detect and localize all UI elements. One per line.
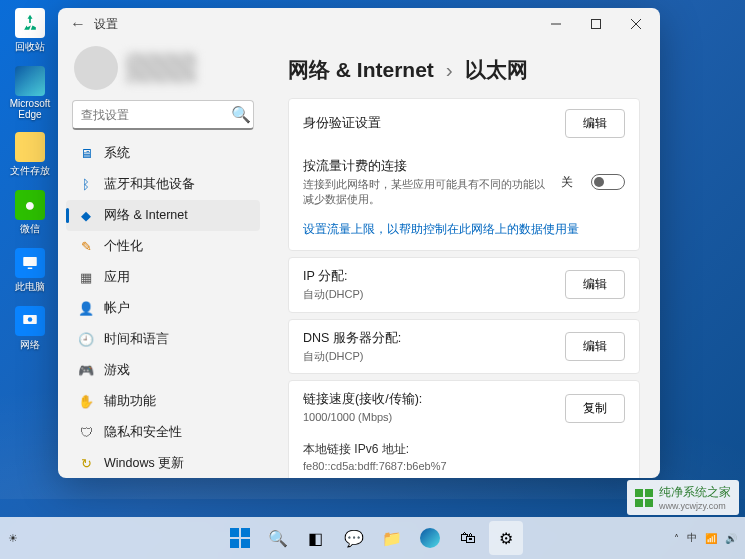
sidebar-item-10[interactable]: ↻Windows 更新 [66,448,260,478]
taskbar-chat-icon[interactable]: 💬 [337,521,371,555]
identity-edit-button[interactable]: 编辑 [565,109,625,138]
taskbar-center: 🔍 ◧ 💬 📁 🛍 ⚙ [223,521,523,555]
sidebar-item-label: 时间和语言 [104,331,169,348]
main-panel: 网络 & Internet › 以太网 身份验证设置 编辑 按流量计费的连接 连… [268,40,660,478]
taskbar-store-icon[interactable]: 🛍 [451,521,485,555]
dns-title: DNS 服务器分配: [303,330,553,347]
row-link-speed[interactable]: 链接速度(接收/传输): 1000/1000 (Mbps) 复制 [289,381,639,435]
sidebar-item-icon: 🕘 [78,332,94,347]
sidebar-item-label: 帐户 [104,300,130,317]
desktop-icon-recycle-bin[interactable]: 回收站 [8,8,52,54]
sidebar-item-1[interactable]: ᛒ蓝牙和其他设备 [66,169,260,200]
sidebar-item-8[interactable]: ✋辅助功能 [66,386,260,417]
taskbar: ☀ 🔍 ◧ 💬 📁 🛍 ⚙ ˄ 中 📶 🔊 [0,517,745,559]
sidebar-item-icon: ᛒ [78,177,94,192]
svg-rect-5 [592,20,601,29]
back-button[interactable]: ← [62,15,94,33]
sidebar-item-9[interactable]: 🛡隐私和安全性 [66,417,260,448]
sidebar-item-icon: ↻ [78,456,94,471]
desktop-icon-this-pc[interactable]: 此电脑 [8,248,52,294]
close-button[interactable] [616,10,656,38]
desktop-icon-edge[interactable]: Microsoft Edge [8,66,52,120]
sidebar-item-0[interactable]: 🖥系统 [66,138,260,169]
row-identity[interactable]: 身份验证设置 编辑 [289,99,639,148]
link-speed-copy-button[interactable]: 复制 [565,394,625,423]
sidebar-item-2[interactable]: ◆网络 & Internet [66,200,260,231]
dns-edit-button[interactable]: 编辑 [565,332,625,361]
data-limit-link[interactable]: 设置流量上限，以帮助控制在此网络上的数据使用量 [289,217,639,250]
link-speed-title: 链接速度(接收/传输): [303,391,553,408]
svg-rect-10 [230,539,239,548]
this-pc-icon [15,248,45,278]
ip-title: IP 分配: [303,268,553,285]
sidebar-item-icon: 👤 [78,301,94,316]
card-dns: DNS 服务器分配: 自动(DHCP) 编辑 [288,319,640,375]
sidebar-item-label: 辅助功能 [104,393,156,410]
taskbar-tray[interactable]: ˄ 中 📶 🔊 [674,531,737,545]
sidebar-nav: 🖥系统ᛒ蓝牙和其他设备◆网络 & Internet✎个性化▦应用👤帐户🕘时间和语… [66,138,260,478]
taskbar-settings-icon[interactable]: ⚙ [489,521,523,555]
taskbar-edge-icon[interactable] [413,521,447,555]
avatar [74,46,118,90]
row-ipv6: 本地链接 IPv6 地址: fe80::cd5a:bdff:7687:b6eb%… [289,435,639,478]
sidebar-item-7[interactable]: 🎮游戏 [66,355,260,386]
profile-name-blurred [126,53,196,83]
sidebar: 🔍 🖥系统ᛒ蓝牙和其他设备◆网络 & Internet✎个性化▦应用👤帐户🕘时间… [58,40,268,478]
ip-edit-button[interactable]: 编辑 [565,270,625,299]
recycle-bin-icon [15,8,45,38]
row-metered[interactable]: 按流量计费的连接 连接到此网络时，某些应用可能具有不同的功能以减少数据使用。 关 [289,148,639,217]
card-ip: IP 分配: 自动(DHCP) 编辑 [288,257,640,313]
search-box[interactable]: 🔍 [72,100,254,130]
search-input[interactable] [81,108,231,122]
svg-rect-1 [28,268,33,270]
start-button[interactable] [223,521,257,555]
sidebar-item-label: 系统 [104,145,130,162]
tray-volume-icon[interactable]: 🔊 [725,533,737,544]
dns-value: 自动(DHCP) [303,349,553,364]
sidebar-item-icon: ▦ [78,270,94,285]
network-icon [15,306,45,336]
metered-toggle[interactable] [591,174,625,190]
sidebar-item-icon: ◆ [78,208,94,223]
metered-title: 按流量计费的连接 [303,158,549,175]
desktop-icon-wechat[interactable]: ● 微信 [8,190,52,236]
watermark: 纯净系统之家 www.ycwjzy.com [627,480,739,515]
svg-rect-11 [241,539,250,548]
svg-rect-8 [230,528,239,537]
identity-title: 身份验证设置 [303,115,553,132]
task-view-icon[interactable]: ◧ [299,521,333,555]
ipv6-value: fe80::cd5a:bdff:7687:b6eb%7 [303,460,625,472]
svg-rect-9 [241,528,250,537]
card-identity-metered: 身份验证设置 编辑 按流量计费的连接 连接到此网络时，某些应用可能具有不同的功能… [288,98,640,251]
desktop-icon-folder[interactable]: 文件存放 [8,132,52,178]
sidebar-item-label: 个性化 [104,238,143,255]
breadcrumb-parent[interactable]: 网络 & Internet [288,58,434,81]
profile-section[interactable] [66,40,260,100]
tray-chevron-icon[interactable]: ˄ [674,533,679,544]
taskbar-widgets[interactable]: ☀ [8,532,18,545]
sidebar-item-icon: ✎ [78,239,94,254]
sidebar-item-5[interactable]: 👤帐户 [66,293,260,324]
sidebar-item-label: 网络 & Internet [104,207,188,224]
sidebar-item-label: Windows 更新 [104,455,184,472]
sidebar-item-6[interactable]: 🕘时间和语言 [66,324,260,355]
svg-point-3 [28,317,33,322]
metered-desc: 连接到此网络时，某些应用可能具有不同的功能以减少数据使用。 [303,177,549,207]
row-ip[interactable]: IP 分配: 自动(DHCP) 编辑 [289,258,639,312]
watermark-brand: 纯净系统之家 [659,485,731,499]
ip-value: 自动(DHCP) [303,287,553,302]
taskbar-explorer-icon[interactable]: 📁 [375,521,409,555]
sidebar-item-3[interactable]: ✎个性化 [66,231,260,262]
sidebar-item-4[interactable]: ▦应用 [66,262,260,293]
tray-lang[interactable]: 中 [687,531,697,545]
row-dns[interactable]: DNS 服务器分配: 自动(DHCP) 编辑 [289,320,639,374]
maximize-button[interactable] [576,10,616,38]
desktop-icon-network[interactable]: 网络 [8,306,52,352]
minimize-button[interactable] [536,10,576,38]
taskbar-search-icon[interactable]: 🔍 [261,521,295,555]
watermark-url: www.ycwjzy.com [659,501,731,511]
edge-icon [15,66,45,96]
sidebar-item-icon: 🛡 [78,425,94,440]
tray-network-icon[interactable]: 📶 [705,533,717,544]
link-speed-value: 1000/1000 (Mbps) [303,410,553,425]
